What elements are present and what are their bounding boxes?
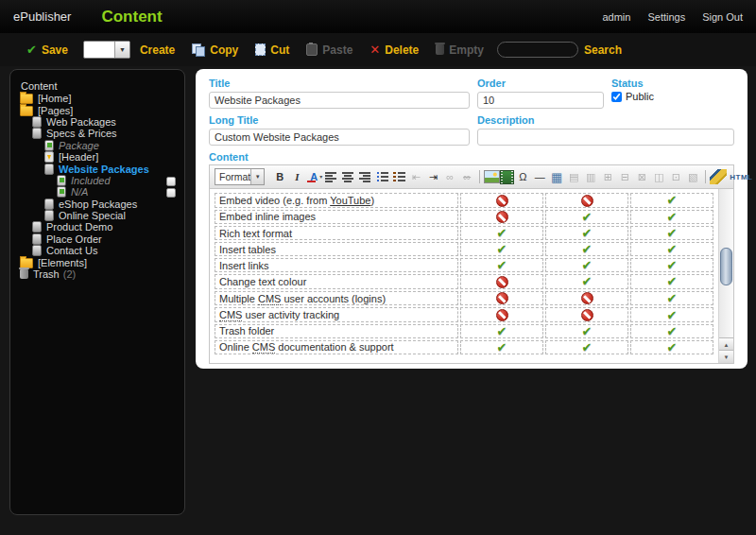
editor-scrollbar[interactable]: ▲ ▼ bbox=[718, 189, 733, 363]
status-cell[interactable]: ✔ bbox=[630, 291, 713, 306]
status-cell[interactable]: ✔ bbox=[545, 274, 628, 289]
scroll-up-button[interactable]: ▲ bbox=[719, 337, 733, 351]
search-input[interactable] bbox=[497, 42, 578, 58]
indent-button[interactable]: ⇥ bbox=[424, 169, 441, 184]
horizontal-rule-button[interactable]: — bbox=[531, 169, 548, 184]
feature-cell[interactable]: Insert tables bbox=[215, 242, 458, 256]
tree-item-checkbox[interactable] bbox=[166, 188, 176, 198]
settings-link[interactable]: Settings bbox=[647, 11, 685, 23]
status-cell[interactable] bbox=[460, 291, 543, 306]
status-cell[interactable]: ✔ bbox=[545, 210, 628, 225]
tree-item-place-order[interactable]: Place Order bbox=[10, 233, 184, 245]
insert-media-button[interactable] bbox=[500, 170, 514, 184]
copy-button[interactable]: Copy bbox=[192, 43, 238, 57]
cleanup-button[interactable] bbox=[710, 169, 727, 184]
status-cell[interactable]: ✔ bbox=[545, 226, 628, 240]
feature-cell[interactable]: Embed video (e.g. from YouTube) bbox=[215, 193, 458, 208]
status-cell[interactable]: ✔ bbox=[460, 242, 543, 256]
status-cell[interactable] bbox=[460, 193, 543, 208]
feature-cell[interactable]: Online CMS documentation & support bbox=[215, 340, 458, 354]
bullet-list-button[interactable] bbox=[373, 169, 390, 184]
text-color-button[interactable]: A bbox=[305, 169, 322, 184]
align-left-button[interactable] bbox=[322, 169, 339, 184]
tree-item-contact-us[interactable]: Contact Us bbox=[10, 245, 184, 256]
feature-cell[interactable]: Embed inline images bbox=[215, 210, 458, 225]
save-button[interactable]: ✔ Save bbox=[26, 43, 68, 57]
status-cell[interactable]: ✔ bbox=[460, 258, 543, 272]
inline-link[interactable]: YouTube bbox=[330, 195, 370, 206]
status-cell[interactable]: ✔ bbox=[630, 258, 713, 272]
cut-button[interactable]: Cut bbox=[255, 43, 289, 57]
status-cell[interactable]: ✔ bbox=[630, 226, 713, 240]
scrollbar-thumb[interactable] bbox=[720, 248, 732, 285]
tree-item-specs-prices[interactable]: Specs & Prices bbox=[10, 128, 184, 139]
tree-item-web-packages[interactable]: Web Packages bbox=[10, 116, 184, 128]
tree-item-elements[interactable]: [Elements] bbox=[10, 256, 184, 268]
create-type-select[interactable]: ▼ bbox=[83, 41, 130, 59]
status-cell[interactable]: ✔ bbox=[630, 307, 713, 322]
feature-cell[interactable]: Rich text format bbox=[215, 226, 458, 240]
editor-content[interactable]: Embed video (e.g. from YouTube)✔Embed in… bbox=[210, 189, 718, 363]
status-cell[interactable]: ✔ bbox=[630, 340, 713, 354]
feature-cell[interactable]: Multiple CMS user accounts (logins) bbox=[215, 291, 458, 306]
feature-cell[interactable]: Insert links bbox=[215, 258, 458, 272]
tree-item-checkbox[interactable] bbox=[166, 177, 176, 186]
status-cell[interactable] bbox=[460, 274, 543, 289]
status-cell[interactable]: ✔ bbox=[630, 242, 713, 256]
long-title-input[interactable] bbox=[209, 129, 470, 146]
status-cell[interactable]: ✔ bbox=[545, 242, 628, 256]
title-field-group: Title bbox=[209, 78, 470, 109]
insert-image-button[interactable] bbox=[484, 170, 500, 183]
status-cell[interactable] bbox=[460, 210, 543, 225]
html-source-button[interactable]: HTML bbox=[727, 169, 755, 184]
title-input[interactable] bbox=[209, 92, 470, 109]
status-cell[interactable]: ✔ bbox=[630, 274, 713, 289]
status-cell[interactable]: ✔ bbox=[545, 340, 628, 354]
insert-row-after-button: ⊟ bbox=[616, 169, 633, 184]
status-cell[interactable] bbox=[545, 291, 628, 306]
status-cell[interactable]: ✔ bbox=[460, 340, 543, 354]
align-center-button[interactable] bbox=[339, 169, 356, 184]
tree-item-pages[interactable]: [Pages] bbox=[10, 104, 184, 115]
tree-item-online-special[interactable]: Online Special bbox=[10, 210, 184, 221]
status-cell[interactable]: ✔ bbox=[630, 324, 713, 338]
tree-item-header[interactable]: [Header] bbox=[10, 151, 184, 163]
numbered-list-button[interactable] bbox=[390, 169, 407, 184]
feature-cell[interactable]: CMS user activity tracking bbox=[215, 307, 458, 322]
status-cell[interactable]: ✔ bbox=[460, 226, 543, 240]
tree-item-home[interactable]: [Home] bbox=[10, 93, 184, 104]
description-input[interactable] bbox=[477, 129, 734, 146]
feature-cell[interactable]: Trash folder bbox=[215, 324, 458, 338]
user-menu-link[interactable]: admin bbox=[602, 11, 630, 23]
status-checkbox[interactable] bbox=[611, 92, 622, 102]
status-cell[interactable]: ✔ bbox=[460, 324, 543, 338]
status-cell[interactable]: ✔ bbox=[630, 210, 713, 225]
align-right-button[interactable] bbox=[356, 169, 373, 184]
edit-table-button[interactable]: ▦ bbox=[548, 169, 565, 184]
feature-cell[interactable]: Change text colour bbox=[215, 274, 458, 289]
special-character-button[interactable]: Ω bbox=[514, 169, 531, 184]
main-toolbar: ✔ Save ▼ Create Copy Cut Paste ✕ Delete … bbox=[0, 33, 756, 66]
bold-button[interactable]: B bbox=[271, 169, 288, 184]
status-cell[interactable]: ✔ bbox=[545, 324, 628, 338]
tree-item-website-packages[interactable]: Website Packages bbox=[10, 163, 184, 174]
tree-item-eshop-packages[interactable]: eShop Packages bbox=[10, 198, 184, 210]
search-button[interactable]: Search bbox=[584, 43, 622, 57]
tree-item-included[interactable]: Included bbox=[10, 175, 184, 186]
order-input[interactable] bbox=[477, 92, 604, 109]
tree-item-n-a[interactable]: N/A bbox=[10, 186, 184, 198]
format-select[interactable]: Format ▼ bbox=[215, 168, 265, 185]
status-cell[interactable] bbox=[545, 193, 628, 208]
delete-button[interactable]: ✕ Delete bbox=[369, 43, 419, 57]
scroll-down-button[interactable]: ▼ bbox=[719, 350, 733, 363]
status-cell[interactable]: ✔ bbox=[545, 258, 628, 272]
italic-button[interactable]: I bbox=[288, 169, 305, 184]
create-button[interactable]: Create bbox=[140, 43, 175, 57]
signout-link[interactable]: Sign Out bbox=[702, 11, 743, 23]
status-cell[interactable]: ✔ bbox=[630, 193, 713, 208]
tree-item-trash[interactable]: Trash(2) bbox=[10, 268, 184, 280]
tree-item-product-demo[interactable]: Product Demo bbox=[10, 221, 184, 233]
tree-item-package[interactable]: Package bbox=[10, 140, 184, 151]
status-cell[interactable] bbox=[460, 307, 543, 322]
status-cell[interactable] bbox=[545, 307, 628, 322]
